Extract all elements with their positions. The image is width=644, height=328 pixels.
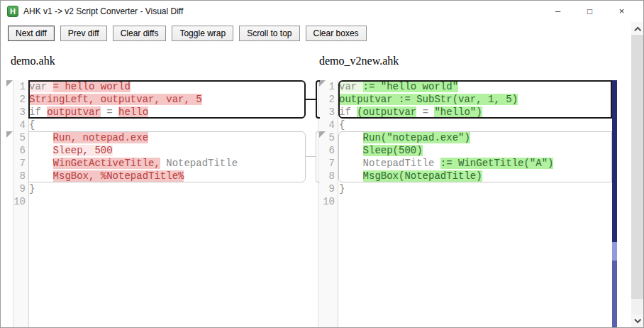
scroll-down-icon[interactable] — [631, 315, 643, 327]
scrollbar-thumb[interactable] — [631, 35, 643, 299]
code-line: MsgBox(NotepadTitle) — [339, 170, 612, 182]
line-number: 5 — [13, 131, 28, 144]
line-number: 2 — [318, 93, 338, 106]
right-pane-scrollbar-track-top — [612, 80, 617, 242]
code-segment — [29, 132, 53, 143]
code-line: { — [29, 119, 311, 131]
left-code-area[interactable]: var = hello worldStringLeft, outputvar, … — [29, 80, 311, 327]
code-segment — [29, 170, 53, 182]
next-diff-button[interactable]: Next diff — [8, 26, 55, 41]
left-code-pane: 12345678910 var = hello worldStringLeft,… — [6, 80, 311, 327]
line-number: 7 — [318, 157, 338, 170]
code-segment: WinGetActiveTitle, — [53, 158, 160, 169]
line-number: 2 — [13, 93, 28, 106]
diff-grip-icon — [319, 80, 326, 87]
code-segment — [339, 132, 363, 143]
code-segment: hello — [118, 106, 148, 118]
code-segment: outputvar := SubStr(var, 1, 5) — [339, 94, 518, 105]
diff-grip-icon — [6, 80, 13, 87]
code-line — [339, 195, 612, 208]
prev-diff-button[interactable]: Prev diff — [60, 26, 107, 41]
code-segment: = — [416, 106, 434, 118]
window-title: AHK v1 -> v2 Script Converter - Visual D… — [23, 6, 183, 16]
scroll-up-icon[interactable] — [631, 22, 643, 35]
code-line — [29, 195, 311, 208]
code-segment: (outputvar — [357, 106, 416, 118]
code-segment: outputvar — [47, 106, 101, 118]
diff-grip-icon — [6, 131, 13, 138]
code-segment: Sleep, 500 — [53, 145, 113, 156]
right-filename: demo_v2new.ahk — [319, 55, 399, 67]
code-segment: StringLeft, outputvar, var, 5 — [29, 94, 202, 105]
code-segment: Run("notepad.exe") — [363, 132, 470, 143]
line-number: 1 — [13, 80, 28, 93]
toolbar: Next diffPrev diffClear diffsToggle wrap… — [8, 26, 367, 41]
code-line: if (outputvar = "hello") — [339, 106, 612, 119]
close-button[interactable]: × — [606, 1, 638, 22]
code-segment: := "hello world" — [363, 81, 458, 92]
code-segment: = hello world — [53, 81, 131, 92]
right-pane-scrollbar-track-bottom — [612, 261, 617, 327]
line-number: 3 — [318, 106, 338, 119]
code-segment: = — [101, 106, 118, 118]
line-number: 3 — [13, 106, 28, 119]
code-line: } — [29, 182, 311, 195]
left-filename: demo.ahk — [11, 55, 55, 67]
code-line: MsgBox, %NotepadTitle% — [29, 170, 311, 182]
code-segment — [339, 145, 363, 156]
code-segment: { — [29, 119, 35, 131]
code-line: Run("notepad.exe") — [339, 131, 612, 144]
code-line: Sleep(500) — [339, 144, 612, 157]
code-line: outputvar := SubStr(var, 1, 5) — [339, 93, 612, 106]
line-number: 7 — [13, 157, 28, 170]
code-line: if outputvar = hello — [29, 106, 311, 119]
window-controls: – □ × — [542, 1, 638, 22]
code-line: WinGetActiveTitle, NotepadTitle — [29, 157, 311, 170]
code-line: Run, notepad.exe — [29, 131, 311, 144]
line-number: 6 — [318, 144, 338, 157]
code-segment: var — [339, 81, 363, 92]
code-segment: } — [29, 183, 35, 195]
line-number: 4 — [318, 119, 338, 131]
line-number: 10 — [318, 195, 338, 208]
code-segment: MsgBox, %NotepadTitle% — [53, 170, 184, 182]
maximize-button[interactable]: □ — [574, 1, 606, 22]
code-segment: := WinGetTitle("A") — [440, 158, 554, 169]
toggle-wrap-button[interactable]: Toggle wrap — [172, 26, 233, 41]
code-segment — [339, 158, 363, 169]
line-number: 9 — [318, 182, 338, 195]
minimize-button[interactable]: – — [542, 1, 574, 22]
clear-diffs-button[interactable]: Clear diffs — [113, 26, 167, 41]
code-segment: var — [29, 81, 53, 92]
right-line-number-gutter: 12345678910 — [318, 80, 338, 327]
app-icon: H — [7, 6, 18, 17]
right-code-pane: 12345678910 var := "hello world"outputva… — [313, 80, 618, 327]
clear-boxes-button[interactable]: Clear boxes — [306, 26, 367, 41]
app-window: H AHK v1 -> v2 Script Converter - Visual… — [0, 0, 644, 328]
code-segment — [29, 158, 53, 169]
code-segment: { — [339, 119, 345, 131]
scroll-to-top-button[interactable]: Scroll to top — [239, 26, 299, 41]
right-pane-scrollbar-thumb[interactable] — [612, 242, 617, 261]
code-line: Sleep, 500 — [29, 144, 311, 157]
right-pane-scrollbar[interactable] — [612, 80, 617, 327]
code-segment: "hello") — [434, 106, 482, 118]
right-code-area[interactable]: var := "hello world"outputvar := SubStr(… — [339, 80, 612, 327]
diff-grip-icon — [319, 131, 326, 138]
line-number: 8 — [318, 170, 338, 182]
code-segment: } — [339, 183, 345, 195]
line-number: 6 — [13, 144, 28, 157]
code-segment — [339, 170, 363, 182]
code-segment: Run, notepad.exe — [53, 132, 148, 143]
code-segment: MsgBox(NotepadTitle) — [363, 170, 482, 182]
code-segment: Sleep(500) — [363, 145, 423, 156]
window-scrollbar[interactable] — [631, 22, 643, 327]
code-line: } — [339, 182, 612, 195]
left-line-number-gutter: 12345678910 — [13, 80, 29, 327]
line-number: 10 — [13, 195, 28, 208]
code-segment: NotepadTitle — [363, 158, 440, 169]
line-number: 9 — [13, 182, 28, 195]
code-line: { — [339, 119, 612, 131]
code-segment: NotepadTitle — [160, 158, 238, 169]
code-segment — [29, 145, 53, 156]
